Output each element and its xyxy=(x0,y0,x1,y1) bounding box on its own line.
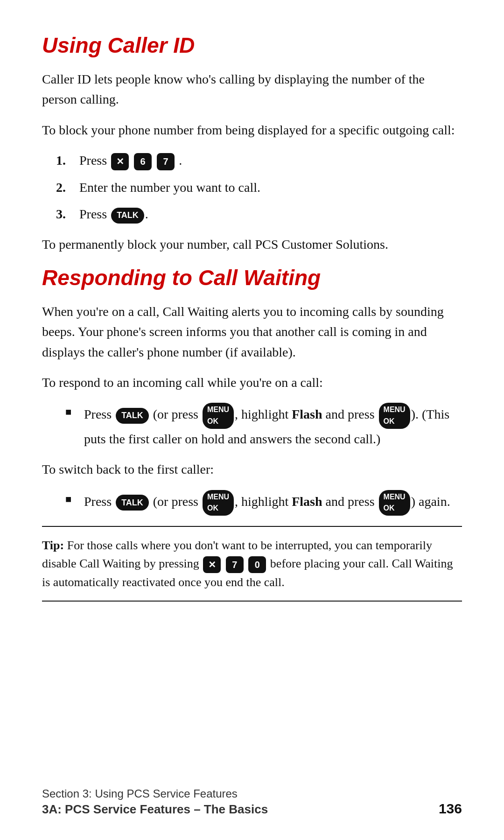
tip-box: Tip: For those calls where you don't wan… xyxy=(42,526,462,602)
flash-bold-2: Flash xyxy=(292,494,322,509)
page-content: Using Caller ID Caller ID lets people kn… xyxy=(0,0,504,690)
section1-heading: Using Caller ID xyxy=(42,33,462,58)
key-star-tip: ✕ xyxy=(203,556,221,573)
section2-bullet2: Press TALK (or press MENUOK, highlight F… xyxy=(65,490,462,516)
section2-bullet1: Press TALK (or press MENUOK, highlight F… xyxy=(65,403,462,449)
section2-para2: To respond to an incoming call while you… xyxy=(42,372,462,392)
key-talk-b2: TALK xyxy=(116,495,149,511)
section2-para3: To switch back to the first caller: xyxy=(42,459,462,479)
key-0-tip: 0 xyxy=(248,556,266,573)
footer-subsection: 3A: PCS Service Features – The Basics xyxy=(42,802,268,817)
section2-bullets2: Press TALK (or press MENUOK, highlight F… xyxy=(65,490,462,516)
footer-left: Section 3: Using PCS Service Features 3A… xyxy=(42,787,268,817)
section1-para3: To permanently block your number, call P… xyxy=(42,234,462,254)
key-menu-b1b: MENUOK xyxy=(379,403,410,429)
section2-para1: When you're on a call, Call Waiting aler… xyxy=(42,301,462,362)
step1-text: Press ✕ 6 7 . xyxy=(79,153,182,168)
key-7: 7 xyxy=(157,153,175,170)
key-6: 6 xyxy=(134,153,152,170)
step-3: Press TALK. xyxy=(79,204,462,224)
tip-text: Tip: For those calls where you don't wan… xyxy=(42,536,462,591)
section2-heading: Responding to Call Waiting xyxy=(42,265,462,290)
key-7-tip: 7 xyxy=(226,556,244,573)
key-star: ✕ xyxy=(111,153,129,170)
step-1: Press ✕ 6 7 . xyxy=(79,150,462,170)
footer-page-number: 136 xyxy=(439,801,462,817)
footer-section: Section 3: Using PCS Service Features xyxy=(42,787,268,800)
tip-label: Tip: xyxy=(42,539,64,552)
section1-para2: To block your phone number from being di… xyxy=(42,120,462,140)
section1-para1: Caller ID lets people know who's calling… xyxy=(42,69,462,110)
section2-bullets1: Press TALK (or press MENUOK, highlight F… xyxy=(65,403,462,449)
key-menu-b2: MENUOK xyxy=(203,490,234,516)
key-talk: TALK xyxy=(111,208,144,224)
key-menu-b1: MENUOK xyxy=(203,403,234,429)
section1-steps: Press ✕ 6 7 . Enter the number you want … xyxy=(79,150,462,224)
flash-bold-1: Flash xyxy=(292,407,322,422)
step-2: Enter the number you want to call. xyxy=(79,177,462,197)
key-menu-b2b: MENUOK xyxy=(379,490,410,516)
key-talk-b1: TALK xyxy=(116,408,149,424)
page-footer: Section 3: Using PCS Service Features 3A… xyxy=(42,787,462,817)
